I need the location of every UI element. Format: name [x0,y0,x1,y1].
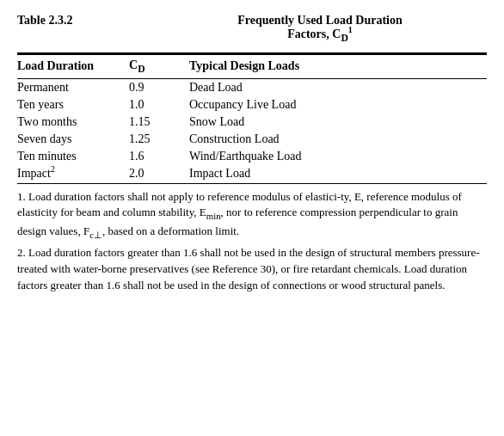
table-row: Ten years1.0Occupancy Live Load [17,96,487,114]
table-title-line2-text: Factors, C [287,28,341,40]
table-row: Permanent0.9Dead Load [17,78,487,96]
cell-duration: Ten years [17,96,129,114]
table-row: Ten minutes1.6Wind/Earthquake Load [17,148,487,165]
table-row: Seven days1.25Construction Load [17,131,487,148]
table-row: Impact22.0Impact Load [17,165,487,184]
table-title-line2: Factors, CD1 [287,28,353,40]
header-load-duration: Load Duration [17,54,129,78]
cell-duration: Permanent [17,78,129,96]
title-subscript: D [341,33,347,44]
cell-duration: Impact2 [17,165,129,184]
cell-cd: 1.6 [129,148,189,165]
table-label: Table 2.3.2 [17,14,129,28]
cell-cd: 2.0 [129,165,189,184]
cell-cd: 1.25 [129,131,189,148]
cell-typical-loads: Impact Load [189,165,487,184]
cell-cd: 1.15 [129,114,189,131]
table-row: Two months1.15Snow Load [17,114,487,131]
table-title-area: Table 2.3.2 Frequently Used Load Duratio… [17,14,487,44]
cell-typical-loads: Wind/Earthquake Load [189,148,487,165]
table-title: Frequently Used Load Duration Factors, C… [153,14,487,44]
load-duration-table: Load Duration CD Typical Design Loads Pe… [17,54,487,184]
cell-duration: Ten minutes [17,148,129,165]
footnote-2-text: 2. Load duration factors greater than 1.… [17,245,487,294]
header-cd-sub: D [138,64,144,75]
cell-cd: 0.9 [129,78,189,96]
footnote-1: 1. Load duration factors shall not apply… [17,189,487,242]
table-header-row: Load Duration CD Typical Design Loads [17,54,487,78]
header-cd: CD [129,54,189,78]
footnotes-section: 1. Load duration factors shall not apply… [17,189,487,294]
header-typical-design-loads: Typical Design Loads [189,54,487,78]
cell-typical-loads: Dead Load [189,78,487,96]
cell-typical-loads: Construction Load [189,131,487,148]
table-title-line1: Frequently Used Load Duration [237,14,402,27]
cell-duration: Seven days [17,131,129,148]
cell-duration: Two months [17,114,129,131]
cell-typical-loads: Occupancy Live Load [189,96,487,114]
cell-typical-loads: Snow Load [189,114,487,131]
title-superscript: 1 [348,25,353,34]
footnote-1-text: 1. Load duration factors shall not apply… [17,189,487,242]
footnote-2: 2. Load duration factors greater than 1.… [17,245,487,294]
header-cd-c: C [129,58,138,71]
cell-cd: 1.0 [129,96,189,114]
